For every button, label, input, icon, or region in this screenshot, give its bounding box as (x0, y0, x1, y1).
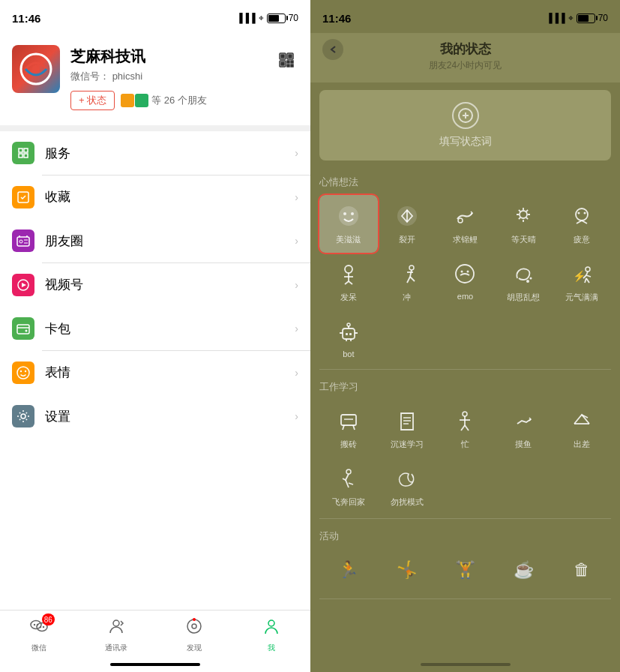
wifi-icon: ⌖ (259, 13, 264, 23)
dengtiaqing-label: 等天晴 (511, 234, 536, 245)
avatar-logo[interactable] (12, 45, 60, 93)
category-divider-mood (319, 369, 611, 370)
emoji-item-liekai[interactable]: 裂开 (378, 195, 436, 253)
svg-line-53 (410, 277, 415, 281)
menu-item-channels[interactable]: 视频号 › (0, 263, 310, 307)
emoji-item-husieluan[interactable]: 胡思乱想 (494, 253, 553, 310)
back-button[interactable] (322, 39, 343, 60)
nav-item-me[interactable]: 我 (233, 616, 311, 653)
menu-item-moments[interactable]: 朋友圈 › (0, 219, 310, 262)
emoji-item-bot[interactable]: bot (319, 310, 378, 366)
svg-rect-6 (289, 55, 292, 58)
emoji-item-feibenhui[interactable]: 飞奔回家 (319, 458, 378, 515)
svg-point-58 (530, 278, 532, 280)
right-title: 我的状态 (440, 40, 491, 58)
svg-point-43 (584, 212, 586, 214)
emoji-item-act5[interactable]: 🗑 (553, 549, 611, 596)
battery-label-right: 70 (598, 13, 608, 23)
svg-rect-11 (291, 64, 293, 67)
signal-icon-right: ▐▐▐ (546, 13, 565, 23)
wallet-label: 卡包 (45, 320, 295, 338)
battery-icon-right (577, 14, 595, 23)
emoji-item-chuchai[interactable]: 出差 (553, 400, 611, 458)
svg-rect-5 (281, 55, 284, 58)
right-header: 我的状态 朋友24小时内可见 (310, 33, 620, 82)
emoji-arrow: › (295, 367, 298, 379)
svg-point-36 (343, 212, 346, 215)
menu-list: 服务 › 收藏 › 朋友圈 › 视频号 › 卡包 › 表情 › (0, 131, 310, 438)
emoji-item-piyi[interactable]: 疲意 (553, 195, 611, 253)
svg-point-49 (409, 266, 414, 270)
emoji-item-moyu[interactable]: 摸鱼 (494, 400, 553, 458)
nav-item-wechat[interactable]: 86 微信 (0, 616, 78, 653)
menu-item-settings[interactable]: 设置 › (0, 394, 310, 438)
svg-point-32 (193, 618, 196, 621)
svg-point-20 (20, 370, 22, 371)
emoji-item-wuraomo[interactable]: 勿扰模式 (378, 458, 436, 515)
husieluan-icon (510, 260, 537, 287)
battery-label: 70 (289, 13, 298, 23)
act4-icon: ☕ (510, 556, 537, 584)
logo-svg (18, 51, 54, 87)
svg-point-68 (463, 412, 467, 416)
status-circle-icon (452, 102, 479, 129)
svg-point-66 (347, 323, 350, 326)
left-panel: 11:46 ▐▐▐ ⌖ 70 芝麻科技讯 微信号： (0, 0, 310, 672)
menu-item-emoji[interactable]: 表情 › (0, 351, 310, 394)
svg-rect-64 (346, 333, 348, 335)
svg-point-37 (351, 212, 354, 215)
battery-fill-right (578, 15, 589, 22)
category-mood: 心情想法 美滋滋 裂开 求锦鲤 等天晴 疲意 发呆 冲 emo 胡思乱想 (319, 168, 611, 370)
qr-icon[interactable] (277, 51, 295, 74)
svg-point-31 (192, 624, 196, 628)
menu-item-services[interactable]: 服务 › (0, 131, 310, 175)
nav-label-contacts: 通讯录 (105, 643, 127, 653)
emoji-item-banzhu[interactable]: 搬砖 (319, 400, 378, 458)
menu-item-wallet[interactable]: 卡包 › (0, 307, 310, 350)
right-panel: 11:46 ▐▐▐ ⌖ 70 我的状态 朋友24小时内可见 填写状态词 (310, 0, 620, 672)
wechat-badge: 86 (42, 614, 55, 626)
svg-line-61 (586, 278, 589, 283)
category-activity: 活动 🏃 🤸 🏋 ☕ 🗑 (319, 522, 611, 599)
emoji-item-act1[interactable]: 🏃 (319, 549, 378, 596)
svg-point-57 (526, 280, 529, 283)
liekai-icon (394, 202, 421, 230)
chuchai-label: 出差 (574, 439, 590, 450)
emoji-item-meizizi[interactable]: 美滋滋 (319, 195, 378, 253)
svg-point-18 (25, 330, 28, 332)
emoji-item-qiujinli[interactable]: 求锦鲤 (436, 195, 495, 253)
nav-label-me: 我 (268, 643, 275, 653)
xuexizhong-label: 沉迷学习 (391, 439, 424, 450)
emoji-item-mang[interactable]: 忙 (436, 400, 495, 458)
nav-item-contacts[interactable]: 通讯录 (78, 616, 156, 653)
battery-icon (267, 14, 286, 23)
friend-avatar-2 (135, 94, 148, 107)
emoji-item-act2[interactable]: 🤸 (378, 549, 436, 596)
meizizi-label: 美滋滋 (336, 234, 361, 245)
svg-point-21 (25, 370, 26, 371)
emoji-item-act4[interactable]: ☕ (494, 549, 553, 596)
act3-icon: 🏋 (451, 556, 478, 584)
emoji-item-fazha[interactable]: 发呆 (319, 253, 378, 310)
avatar[interactable] (12, 45, 60, 93)
status-button[interactable]: + 状态 (70, 91, 115, 110)
emo-label: emo (457, 292, 473, 301)
svg-rect-9 (291, 61, 293, 63)
svg-point-55 (461, 271, 463, 273)
status-input-area[interactable]: 填写状态词 (319, 90, 611, 160)
moyu-icon (510, 407, 537, 434)
emoji-item-dengtiaqing[interactable]: 等天晴 (494, 195, 553, 253)
nav-label-wechat: 微信 (31, 643, 46, 653)
emoji-item-yuanqiman[interactable]: ⚡ 元气满满 (553, 253, 611, 310)
category-divider-activity (319, 598, 611, 599)
svg-rect-63 (343, 328, 355, 339)
act1-icon: 🏃 (335, 556, 362, 584)
emoji-item-emo[interactable]: emo (436, 253, 495, 310)
menu-item-collect[interactable]: 收藏 › (0, 176, 310, 219)
nav-item-discover[interactable]: 发现 (155, 616, 233, 653)
emoji-item-act3[interactable]: 🏋 (436, 549, 495, 596)
emoji-item-xuexizhong[interactable]: 沉迷学习 (378, 400, 436, 458)
emoji-item-chong[interactable]: 冲 (378, 253, 436, 310)
svg-point-27 (40, 626, 41, 628)
svg-point-39 (458, 218, 463, 223)
